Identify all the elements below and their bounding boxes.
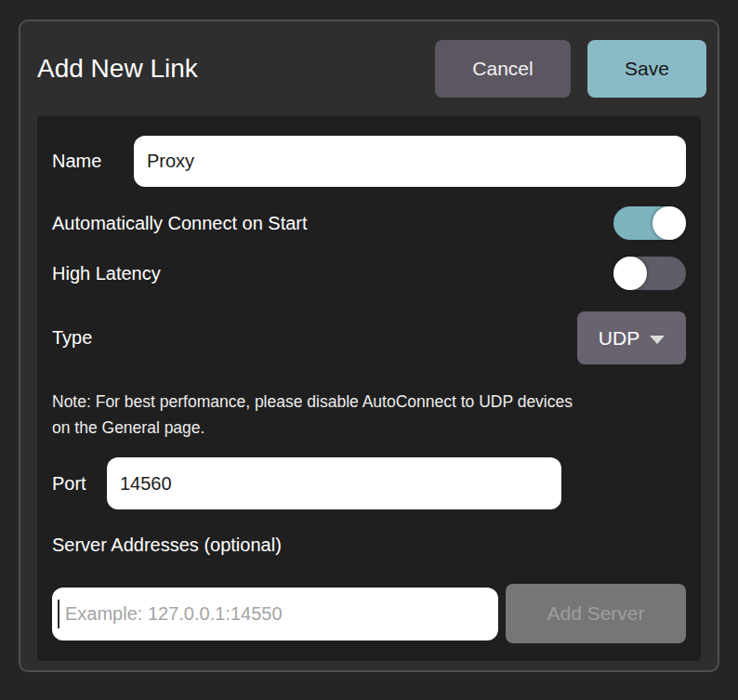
link-settings-panel: Name Automatically Connect on Start High…	[37, 116, 701, 661]
note-line-2: on the General page.	[52, 415, 686, 441]
auto-connect-label: Automatically Connect on Start	[52, 213, 308, 234]
high-latency-row: High Latency	[52, 257, 686, 290]
save-button[interactable]: Save	[587, 40, 706, 98]
dialog-title: Add New Link	[37, 54, 435, 84]
type-dropdown-value: UDP	[599, 327, 639, 350]
high-latency-label: High Latency	[52, 263, 161, 284]
port-row: Port	[52, 457, 686, 509]
name-input[interactable]	[134, 136, 686, 187]
type-label: Type	[52, 327, 92, 349]
toggle-knob	[652, 206, 686, 240]
toggle-knob	[613, 257, 647, 290]
name-label: Name	[52, 151, 134, 172]
type-dropdown[interactable]: UDP	[577, 311, 686, 364]
server-address-row: Add Server	[52, 584, 686, 643]
server-addresses-label: Server Addresses (optional)	[52, 535, 686, 556]
note-line-1: Note: For best perfomance, please disabl…	[52, 389, 686, 415]
add-new-link-dialog: Add New Link Cancel Save Name Automatica…	[19, 20, 719, 672]
server-address-input[interactable]	[52, 588, 498, 641]
name-row: Name	[52, 116, 686, 187]
cancel-button[interactable]: Cancel	[435, 40, 571, 98]
chevron-down-icon	[650, 336, 665, 344]
server-address-input-wrap	[52, 588, 498, 641]
high-latency-toggle[interactable]	[613, 257, 686, 290]
dialog-header-buttons: Cancel Save	[435, 40, 706, 98]
udp-performance-note: Note: For best perfomance, please disabl…	[52, 389, 686, 441]
add-server-button[interactable]: Add Server	[506, 584, 686, 643]
port-label: Port	[52, 473, 107, 495]
auto-connect-toggle[interactable]	[613, 206, 686, 240]
auto-connect-row: Automatically Connect on Start	[52, 206, 686, 240]
port-input[interactable]	[107, 457, 561, 509]
type-row: Type UDP	[52, 311, 686, 364]
dialog-header: Add New Link Cancel Save	[20, 21, 718, 116]
text-caret	[58, 600, 59, 628]
